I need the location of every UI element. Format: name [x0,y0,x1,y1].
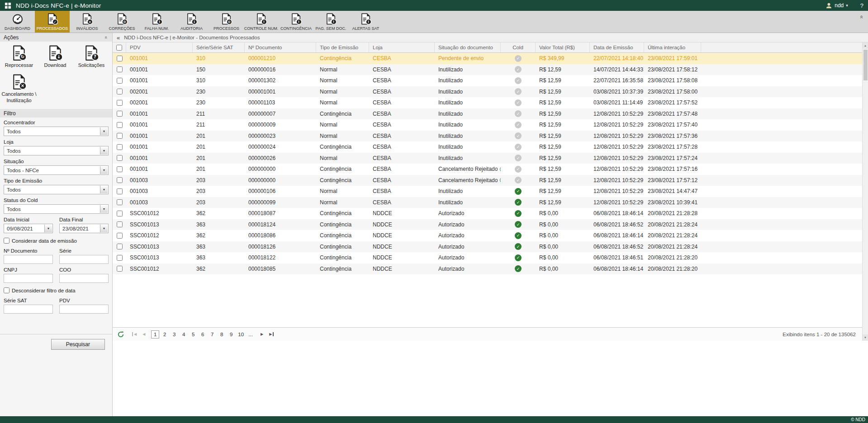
chevron-down-icon[interactable]: ▼ [100,147,108,155]
select-all-checkbox[interactable] [116,45,122,51]
date-end-picker[interactable]: 23/08/2021 ▼ [59,224,109,233]
user-menu[interactable]: ndd [835,2,844,9]
row-checkbox[interactable] [117,199,123,205]
table-row[interactable]: 002001230000001103NormalCESBAInutilizado… [113,97,862,108]
table-row[interactable]: 001001211000000007ContingênciaCESBAInuti… [113,108,862,120]
action-download[interactable]: ↓Download [37,45,73,69]
pager-page-10[interactable]: 10 [237,330,245,338]
column-header-serie-serie-sat[interactable]: Série/Série SAT [193,42,245,52]
help-icon[interactable]: ? [860,2,863,9]
app-grid-icon[interactable] [5,2,11,9]
chevron-down-icon[interactable]: ▼ [100,166,108,174]
pager-page-2[interactable]: 2 [161,330,169,338]
table-row[interactable]: SSC001012362000018085ContingênciaNDDCEAu… [113,263,862,275]
toolbar-item-falha-num[interactable]: !FALHA NUM. [139,11,174,33]
table-row[interactable]: 001003203000000106NormalCESBAInutilizado… [113,186,862,197]
column-header-situacao-do-documento[interactable]: Situação do documento [435,42,501,52]
row-checkbox[interactable] [117,221,123,227]
toolbar-item-controle-num[interactable]: !CONTROLE NUM. [244,11,279,33]
toolbar-item-dashboard[interactable]: DASHBOARD [0,11,35,33]
filter-select-situacao[interactable]: Todos - NFCe▼ [4,165,109,175]
pager-page-3[interactable]: 3 [170,330,178,338]
row-checkbox[interactable] [117,144,123,150]
table-row[interactable]: SSC001013363000018122ContingênciaNDDCEAu… [113,252,862,263]
desconsiderar-data-checkbox[interactable] [4,287,9,293]
table-row[interactable]: 001001310000001210ContingênciaCESBAPende… [113,53,862,64]
pdv-input[interactable] [59,305,109,314]
row-checkbox[interactable] [117,188,123,194]
table-row[interactable]: SSC001013363000018126ContingênciaNDDCEAu… [113,241,862,253]
scroll-down-icon[interactable]: ▼ [863,334,868,341]
table-row[interactable]: 001001201000000024ContingênciaCESBAInuti… [113,141,862,153]
checkbox-considerar-emissao[interactable]: Considerar data de emissão [4,238,109,244]
first-page-button[interactable]: ◀ [132,332,138,336]
filter-select-loja[interactable]: Todos▼ [4,146,109,155]
column-header-valor-total-r[interactable]: Valor Total (R$) [536,42,590,52]
prev-page-button[interactable]: ◀ [141,332,147,336]
column-header-cold[interactable]: Cold [501,42,536,52]
doc-number-input[interactable] [4,255,53,264]
table-row[interactable]: 001001201000000000ContingênciaCESBACance… [113,164,862,175]
toolbar-item-invalidos[interactable]: ×INVÁLIDOS [70,11,104,33]
date-start-picker[interactable]: 09/08/2021 ▼ [4,224,53,233]
table-row[interactable]: 001001201000000026NormalCESBAInutilizado… [113,153,862,164]
action-cancelamento-inutilizacao[interactable]: ×Cancelamento \ Inutilização [1,74,37,104]
coo-input[interactable] [59,274,109,283]
toolbar-item-alertas-sat[interactable]: !ALERTAS SAT [348,11,383,33]
row-checkbox[interactable] [117,66,123,72]
row-checkbox[interactable] [117,89,123,94]
row-checkbox[interactable] [117,177,123,183]
pager-page-8[interactable]: 8 [218,330,226,338]
serie-input[interactable] [59,255,109,264]
filter-select-status-do-cold[interactable]: Todos▼ [4,204,109,214]
row-checkbox[interactable] [117,211,123,216]
table-row[interactable]: 001001150000000016NormalCESBAInutilizado… [113,64,862,75]
row-checkbox[interactable] [117,233,123,239]
column-header-ultima-interacao[interactable]: Última interação [644,42,701,52]
chevron-down-icon[interactable]: ▼ [100,127,108,135]
toolbar-item-contingencia[interactable]: !CONTINGÊNCIA [279,11,313,33]
table-row[interactable]: SSC001013363000018124ContingênciaNDDCEAu… [113,219,862,230]
row-checkbox[interactable] [117,155,123,161]
row-checkbox[interactable] [117,111,123,117]
column-header-tipo-de-emissao[interactable]: Tipo de Emissão [316,42,369,52]
row-checkbox[interactable] [117,122,123,128]
pager-page-1[interactable]: 1 [151,330,159,338]
chevron-down-icon[interactable]: ▼ [100,186,108,193]
table-row[interactable]: SSC001012362000018086ContingênciaNDDCEAu… [113,230,862,241]
toolbar-item-processos[interactable]: ⚙PROCESSOS [209,11,244,33]
scrollbar-thumb[interactable] [863,50,868,80]
table-row[interactable]: 001003203000000000ContingênciaCESBACance… [113,175,862,186]
checkbox-desconsiderar-data[interactable]: Desconsiderar filtro de data [4,287,109,293]
actions-panel-header[interactable]: Ações « [0,33,112,42]
pager-page-7[interactable]: 7 [208,330,216,338]
toolbar-item-pag-sem-doc[interactable]: !PAG. SEM DOC. [313,11,348,33]
collapse-sidebar-icon[interactable]: « [117,34,120,41]
serie-sat-input[interactable] [4,305,53,314]
table-row[interactable]: 001001211000000009NormalCESBAInutilizado… [113,119,862,131]
chevron-down-icon[interactable]: ▾ [846,3,848,8]
chevron-down-icon[interactable]: ▼ [100,225,108,232]
scroll-up-icon[interactable]: ▲ [863,42,868,49]
cnpj-input[interactable] [4,274,53,283]
column-header-pdv[interactable]: PDV [126,42,193,52]
table-row[interactable]: SSC001012362000018087ContingênciaNDDCEAu… [113,208,862,219]
toolbar-collapse-icon[interactable]: « [859,15,865,19]
row-checkbox[interactable] [117,100,123,106]
pager-page-4[interactable]: 4 [180,330,188,338]
row-checkbox[interactable] [117,266,123,272]
pager-page-6[interactable]: 6 [199,330,207,338]
row-checkbox[interactable] [117,255,123,261]
row-checkbox[interactable] [117,166,123,172]
table-row[interactable]: 001001310000001302NormalCESBAInutilizado… [113,75,862,86]
action-solicitacoes[interactable]: ?Solicitações [73,45,109,69]
row-checkbox[interactable] [117,133,123,139]
column-header-n-documento[interactable]: Nº Documento [245,42,316,52]
pager-page-9[interactable]: 9 [227,330,235,338]
toolbar-item-correcoes[interactable]: ⚙CORREÇÕES [104,11,139,33]
chevron-down-icon[interactable]: ▼ [100,205,108,213]
pager-page-5[interactable]: 5 [189,330,197,338]
row-checkbox[interactable] [117,78,123,84]
row-checkbox[interactable] [117,244,123,249]
filter-select-concentrador[interactable]: Todos▼ [4,127,109,136]
